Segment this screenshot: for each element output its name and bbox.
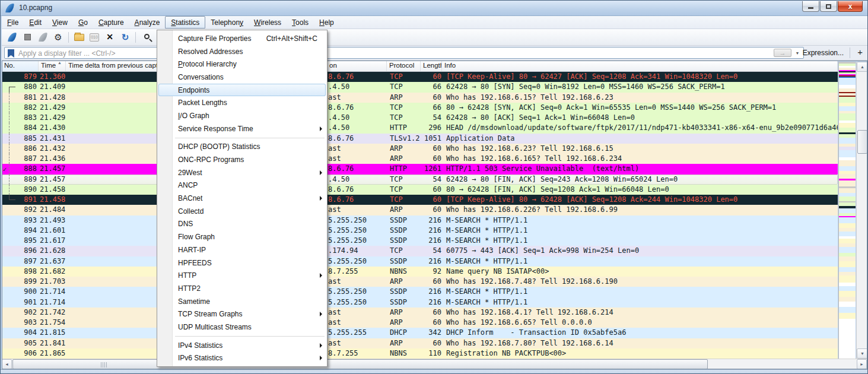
menubar-item-tools[interactable]: Tools xyxy=(287,16,314,28)
add-filter-button[interactable]: + xyxy=(857,47,863,57)
filter-history-dropdown[interactable]: ▼ xyxy=(793,50,802,56)
start-capture-button[interactable] xyxy=(4,30,20,45)
menu-item-dhcp-bootp-statistics[interactable]: DHCP (BOOTP) Statistics xyxy=(157,141,327,154)
open-file-button[interactable] xyxy=(71,30,87,45)
menu-item-ancp[interactable]: ANCP xyxy=(157,179,327,192)
capture-options-button[interactable]: ⚙ xyxy=(50,30,66,45)
menubar-item-analyze[interactable]: Analyze xyxy=(129,16,166,28)
restart-capture-button[interactable] xyxy=(35,30,50,45)
packet-row[interactable]: 89621.628.174.94TCP5460775 → 443 [ACK] S… xyxy=(2,246,838,256)
menu-item-endpoints[interactable]: Endpoints xyxy=(158,84,326,97)
vertical-scrollbar[interactable]: ▲ ▼ xyxy=(856,62,867,359)
menu-item-sametime[interactable]: Sametime xyxy=(157,295,327,308)
packet-row[interactable]: 90621.8658.7.255NBNS110Registration NB P… xyxy=(2,348,838,359)
minimize-button[interactable] xyxy=(802,1,819,12)
packet-row[interactable]: 90021.7145.255.250SSDP216M-SEARCH * HTTP… xyxy=(2,287,838,297)
column-header-time[interactable]: Time xyxy=(39,61,66,71)
display-filter-input[interactable]: Apply a display filter ... <Ctrl-/> → ▼ xyxy=(4,47,804,59)
column-header-on[interactable]: on xyxy=(327,61,387,71)
horizontal-scrollbar[interactable]: ◄ ► xyxy=(2,359,867,369)
column-header-no[interactable]: No. xyxy=(2,61,39,71)
packet-cell-len: 60 xyxy=(421,308,442,318)
packet-cell-proto: SSDP xyxy=(387,297,421,308)
menu-item-hpfeeds[interactable]: HPFEEDS xyxy=(157,256,327,270)
menu-item-udp-multicast-streams[interactable]: UDP Multicast Streams xyxy=(157,321,327,334)
expression-button[interactable]: Expression... xyxy=(803,49,844,57)
packet-row[interactable]: 888✓21.4578.6.76HTTP1261HTTP/1.1 503 Ser… xyxy=(2,164,838,174)
menu-item-dns[interactable]: DNS xyxy=(157,218,327,231)
stop-capture-button[interactable] xyxy=(20,30,35,45)
packet-row[interactable]: 88221.4298.6.76TCP6680 → 62428 [SYN, ACK… xyxy=(2,103,838,113)
scroll-left-icon[interactable]: ◄ xyxy=(2,359,12,369)
menu-item-http[interactable]: HTTP xyxy=(157,269,327,282)
packet-row[interactable]: 88521.4318.6.76TLSv1.21051Application Da… xyxy=(2,134,838,144)
menubar-item-telephony[interactable]: Telephony xyxy=(205,16,249,28)
menubar-item-edit[interactable]: Edit xyxy=(24,16,47,28)
packet-minimap[interactable] xyxy=(838,62,856,359)
packet-row[interactable]: 89121.4588.6.76TCP60[TCP Keep-Alive] 80 … xyxy=(2,195,838,205)
packet-row[interactable]: 89921.703astARP60Who has 192.168.7.48? T… xyxy=(2,277,838,287)
reload-file-button[interactable]: ↻ xyxy=(117,30,133,45)
menu-item-flow-graph[interactable]: Flow Graph xyxy=(157,230,327,243)
packet-row[interactable]: 90521.841astARP60Who has 192.168.7.80? T… xyxy=(2,338,838,348)
packet-row[interactable]: 90221.742astARP60Who has 192.168.4.1? Te… xyxy=(2,308,838,318)
menu-item-hart-ip[interactable]: HART-IP xyxy=(157,243,327,256)
menu-item-i-o-graph[interactable]: I/O Graph xyxy=(157,109,327,122)
scroll-up-icon[interactable]: ▲ xyxy=(857,62,868,72)
menu-item-conversations[interactable]: Conversations xyxy=(157,71,327,84)
close-button[interactable]: x xyxy=(838,1,863,12)
packet-row[interactable]: 89821.6828.7.255NBNS92Name query NB ISAT… xyxy=(2,267,838,277)
apply-filter-button[interactable]: → xyxy=(774,49,791,57)
menu-item-29west[interactable]: 29West xyxy=(157,166,327,179)
packet-row[interactable]: 88921.457.4.50TCP5462428 → 80 [FIN, ACK]… xyxy=(2,175,838,185)
menubar-item-file[interactable]: File xyxy=(2,16,24,28)
menubar-item-capture[interactable]: Capture xyxy=(93,16,129,28)
packet-row[interactable]: 90421.8155.255.255DHCP342DHCP Inform - T… xyxy=(2,328,838,338)
maximize-button[interactable] xyxy=(820,1,837,12)
menubar-item-statistics[interactable]: Statistics xyxy=(165,16,205,28)
packet-row[interactable]: 88621.432astARP60Who has 192.168.6.23? T… xyxy=(2,144,838,154)
menubar-item-view[interactable]: View xyxy=(47,16,73,28)
save-file-button[interactable]: 010 xyxy=(87,30,102,45)
packet-row[interactable]: 89021.4588.6.76TCP6080 → 62428 [FIN, ACK… xyxy=(2,185,838,195)
column-header-info[interactable]: Info xyxy=(442,61,838,71)
menu-item-resolved-addresses[interactable]: Resolved Addresses xyxy=(157,45,327,58)
packet-row[interactable]: 87921.3608.6.76TCP60[TCP Keep-Alive] 80 … xyxy=(2,72,838,82)
scroll-down-icon[interactable]: ▼ xyxy=(857,348,868,359)
vertical-scroll-thumb[interactable] xyxy=(857,130,867,154)
packet-row[interactable]: 89221.484astARP60Who has 192.168.6.226? … xyxy=(2,205,838,215)
packet-row[interactable]: 90121.7145.255.250SSDP216M-SEARCH * HTTP… xyxy=(2,297,838,308)
find-packet-button[interactable] xyxy=(138,30,154,45)
packet-row[interactable]: 89421.6015.255.250SSDP216M-SEARCH * HTTP… xyxy=(2,226,838,236)
packet-row[interactable]: 88321.429.4.50TCP5462428 → 80 [ACK] Seq=… xyxy=(2,113,838,123)
horizontal-scroll-thumb[interactable] xyxy=(12,359,708,369)
menu-item-capture-file-properties[interactable]: Capture File PropertiesCtrl+Alt+Shift+C xyxy=(157,32,327,45)
menu-item-onc-rpc-programs[interactable]: ONC-RPC Programs xyxy=(157,153,327,166)
column-header-protocol[interactable]: Protocol xyxy=(387,61,421,71)
packet-cell-dest: .4.50 xyxy=(327,82,387,92)
menu-item-ipv6-statistics[interactable]: IPv6 Statistics xyxy=(157,352,327,365)
close-file-button[interactable]: ✕ xyxy=(102,30,117,45)
column-header-length[interactable]: Length xyxy=(421,61,442,71)
packet-row[interactable]: 89721.6375.255.250SSDP216M-SEARCH * HTTP… xyxy=(2,256,838,267)
filter-bookmark-icon[interactable] xyxy=(8,49,14,58)
packet-row[interactable]: 89321.4935.255.250SSDP216M-SEARCH * HTTP… xyxy=(2,215,838,226)
packet-row[interactable]: 90321.754astARP60Who has 192.168.6.65? T… xyxy=(2,318,838,328)
menu-item-ipv4-statistics[interactable]: IPv4 Statistics xyxy=(157,339,327,352)
menubar-item-wireless[interactable]: Wireless xyxy=(249,16,287,28)
menu-item-packet-lengths[interactable]: Packet Lengths xyxy=(157,96,327,109)
menu-item-collectd[interactable]: Collectd xyxy=(157,205,327,218)
packet-row[interactable]: 88721.436astARP60Who has 192.168.6.165? … xyxy=(2,154,838,164)
menubar-item-go[interactable]: Go xyxy=(73,16,93,28)
menubar-item-help[interactable]: Help xyxy=(314,16,339,28)
scroll-right-icon[interactable]: ► xyxy=(857,359,867,369)
menu-item-service-response-time[interactable]: Service Response Time xyxy=(157,122,327,135)
menu-item-http2[interactable]: HTTP2 xyxy=(157,282,327,295)
menu-item-protocol-hierarchy[interactable]: Protocol Hierarchy xyxy=(157,58,327,71)
menu-item-bacnet[interactable]: BACnet xyxy=(157,192,327,205)
menu-item-tcp-stream-graphs[interactable]: TCP Stream Graphs xyxy=(157,308,327,321)
packet-row[interactable]: 88121.428astARP60Who has 192.168.6.15? T… xyxy=(2,93,838,103)
packet-row[interactable]: 88021.409.4.50TCP6662428 → 80 [SYN] Seq=… xyxy=(2,82,838,92)
packet-row[interactable]: 88421.430.4.50HTTP296HEAD /d/msdownload/… xyxy=(2,123,838,133)
packet-row[interactable]: 89521.6175.255.250SSDP216M-SEARCH * HTTP… xyxy=(2,236,838,246)
